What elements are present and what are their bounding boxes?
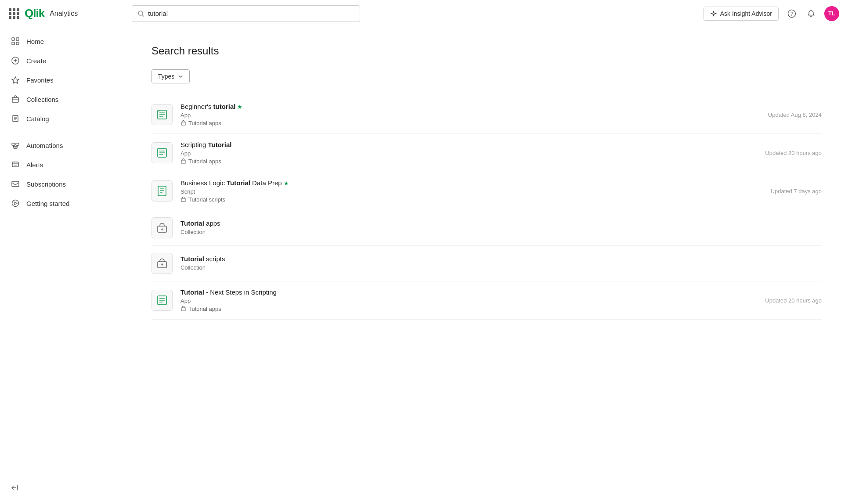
sidebar-item-subscriptions[interactable]: Subscriptions — [0, 174, 125, 194]
sidebar-item-automations[interactable]: Automations — [0, 136, 125, 155]
result-name-after3: Data Prep — [250, 179, 284, 187]
result-name5: Tutorial scripts — [180, 255, 822, 263]
result-item-scripting-tutorial[interactable]: Scripting Tutorial App Tutorial apps Upd… — [152, 134, 822, 172]
result-name4: Tutorial apps — [180, 220, 822, 227]
result-item-business-logic[interactable]: Business Logic Tutorial Data Prep ★ Scri… — [152, 172, 822, 210]
result-collection6: Tutorial apps — [180, 306, 748, 312]
result-info6: Tutorial - Next Steps in Scripting App T… — [180, 288, 748, 312]
result-type2: App — [180, 150, 748, 157]
collection-icon3 — [180, 197, 186, 202]
svg-rect-4 — [12, 38, 14, 40]
result-icon-app2 — [152, 142, 173, 163]
result-name-after6: - Next Steps in Scripting — [204, 288, 277, 296]
result-updated3: Updated 7 days ago — [762, 188, 822, 194]
svg-rect-25 — [12, 162, 18, 167]
result-icon-app3 — [152, 290, 173, 311]
topbar: Qlik Analytics Ask Insight Advisor ? — [0, 0, 848, 27]
result-info4: Tutorial apps Collection — [180, 220, 822, 237]
result-icon-script — [152, 180, 173, 202]
automations-icon — [11, 140, 20, 150]
svg-rect-42 — [158, 186, 166, 196]
sidebar-item-getting-started[interactable]: Getting started — [0, 194, 125, 213]
result-star3: ★ — [284, 180, 289, 187]
svg-rect-18 — [12, 143, 15, 145]
sidebar-item-subscriptions-label: Subscriptions — [26, 180, 66, 188]
result-name3: Business Logic Tutorial Data Prep ★ — [180, 179, 754, 187]
getting-started-icon — [11, 198, 20, 208]
result-type6: App — [180, 298, 748, 304]
sidebar-item-alerts[interactable]: Alerts — [0, 155, 125, 174]
result-item-tutorial-scripts[interactable]: Tutorial scripts Collection — [152, 246, 822, 281]
result-item-next-steps[interactable]: Tutorial - Next Steps in Scripting App T… — [152, 281, 822, 320]
svg-marker-30 — [14, 202, 17, 205]
result-icon-collection2 — [152, 253, 173, 274]
svg-point-37 — [158, 110, 159, 112]
result-star: ★ — [235, 104, 242, 110]
sidebar-item-collections-label: Collections — [26, 96, 58, 103]
favorites-icon — [11, 75, 20, 85]
main-layout: Home Create Favorites — [0, 27, 848, 504]
result-icon-collection — [152, 217, 173, 238]
topbar-left: Qlik Analytics — [9, 7, 132, 20]
alerts-icon — [11, 160, 20, 169]
svg-line-1 — [142, 14, 144, 16]
grid-menu-icon[interactable] — [9, 8, 19, 19]
result-collection3: Tutorial scripts — [180, 196, 754, 203]
svg-rect-6 — [16, 38, 19, 40]
result-collection-name2: Tutorial apps — [188, 158, 221, 165]
search-icon — [137, 10, 144, 17]
result-updated6: Updated 20 hours ago — [756, 297, 822, 304]
result-collection-name6: Tutorial apps — [188, 306, 221, 312]
result-name-before2: Scripting — [180, 141, 208, 148]
result-item-beginners-tutorial[interactable]: Beginner's tutorial ★ App Tutorial apps … — [152, 96, 822, 134]
sidebar-item-create-label: Create — [26, 57, 46, 65]
svg-rect-12 — [12, 97, 18, 102]
content-area: Search results Types — [125, 27, 848, 504]
sidebar-item-home[interactable]: Home — [0, 32, 125, 51]
result-collection-name: Tutorial apps — [188, 120, 221, 126]
collection-icon6 — [180, 306, 186, 312]
result-name-highlight6: Tutorial — [180, 288, 204, 296]
svg-rect-19 — [16, 143, 19, 145]
result-collection: Tutorial apps — [180, 120, 751, 126]
sidebar-item-create[interactable]: Create — [0, 51, 125, 70]
result-name-highlight3: Tutorial — [227, 179, 250, 187]
sidebar-divider — [11, 132, 114, 132]
sidebar-item-catalog[interactable]: Catalog — [0, 109, 125, 128]
app-title: Analytics — [50, 10, 78, 18]
result-updated2: Updated 20 hours ago — [756, 150, 822, 156]
collapse-sidebar-button[interactable] — [0, 479, 125, 497]
types-filter-button[interactable]: Types — [152, 69, 190, 83]
result-icon-app — [152, 104, 173, 125]
result-type5: Collection — [180, 264, 822, 271]
notifications-button[interactable] — [805, 7, 817, 20]
sidebar-item-catalog-label: Catalog — [26, 115, 49, 122]
sidebar-item-automations-label: Automations — [26, 142, 63, 149]
svg-marker-11 — [12, 77, 19, 83]
sparkle-icon — [710, 10, 717, 17]
insight-advisor-label: Ask Insight Advisor — [720, 10, 772, 17]
collection-icon2 — [180, 158, 186, 164]
result-info3: Business Logic Tutorial Data Prep ★ Scri… — [180, 179, 754, 203]
result-item-tutorial-apps[interactable]: Tutorial apps Collection — [152, 210, 822, 246]
search-bar[interactable] — [132, 5, 360, 22]
chevron-down-icon — [178, 74, 183, 79]
result-collection-name3: Tutorial scripts — [188, 196, 225, 203]
sidebar: Home Create Favorites — [0, 27, 125, 504]
result-name-before3: Business Logic — [180, 179, 227, 187]
help-button[interactable]: ? — [786, 7, 798, 20]
sidebar-item-favorites[interactable]: Favorites — [0, 70, 125, 90]
types-filter-label: Types — [158, 73, 174, 80]
svg-rect-5 — [12, 42, 14, 45]
sidebar-item-favorites-label: Favorites — [26, 76, 54, 84]
result-name-highlight5: Tutorial — [180, 255, 204, 263]
sidebar-item-home-label: Home — [26, 38, 44, 45]
page-title: Search results — [152, 45, 822, 57]
insight-advisor-button[interactable]: Ask Insight Advisor — [704, 7, 779, 21]
search-input[interactable] — [148, 10, 354, 17]
result-type4: Collection — [180, 229, 822, 235]
result-info2: Scripting Tutorial App Tutorial apps — [180, 141, 748, 165]
avatar[interactable]: TL — [824, 6, 839, 21]
sidebar-item-collections[interactable]: Collections — [0, 90, 125, 109]
create-icon — [11, 56, 20, 65]
